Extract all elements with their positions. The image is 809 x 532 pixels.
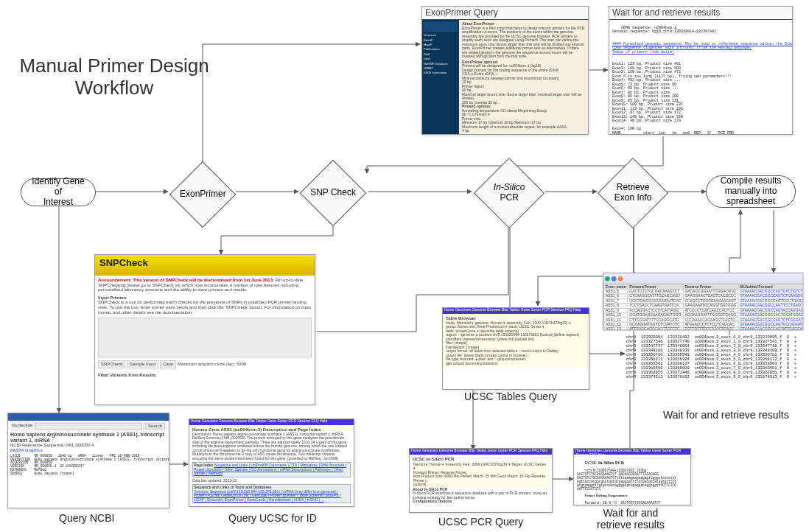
card-ncbi: NucleotideSearch Homo sapiens argininosu… — [7, 413, 169, 508]
node-identify-gene: Identify Gene of Interest — [21, 178, 96, 206]
tables-output-text: chr9 133320094 133320492 uc004bxm.3_exon… — [626, 335, 807, 379]
node-exonprimer: ExonPrimer — [169, 161, 237, 228]
label-ucsc-tables-query: UCSC Tables Query — [464, 391, 557, 402]
node-retrieve-exon-info: Retrieve Exon Info — [598, 158, 668, 228]
label-wait-results-right: Wait for and retrieve results — [663, 409, 789, 421]
label-wait-results-bottom: Wait for and retrieve results — [597, 507, 665, 531]
title-line1: Manual Primer Design — [19, 55, 209, 77]
title-line2: Workflow — [75, 77, 153, 99]
node-snp-check: SNP Check — [300, 160, 367, 227]
card-exonprimer-query-title: ExonPrimer Query — [422, 7, 588, 20]
card-ucsc-id: Home Genomes Genome Browser Blat Tables … — [189, 419, 354, 507]
card-results-top: Wait for and retrieve results cDNA seque… — [609, 6, 793, 135]
node-in-silico-pcr: In-SilicoPCR — [474, 158, 544, 228]
node-compile-results: Compile results manually into spreadshee… — [706, 175, 796, 208]
card-spreadsheet: Exon_nameForward PrimerReverse PrimerM13… — [603, 273, 803, 330]
card-snpcheck: SNPCheck Announcement: This version of S… — [94, 254, 315, 405]
exonprimer-about-text: ExonPrimer is a Perl script that helps t… — [462, 27, 585, 59]
label-query-ucsc-id: Query UCSC for ID — [228, 512, 317, 524]
card-ucsc-pcr: Home Genomes Genome Browser Blat Tables … — [409, 448, 553, 513]
exonprimer-sidebar: ResearchBlast/FMap/FPublicationsStaffLin… — [424, 34, 458, 75]
diagram-title: Manual Primer Design Workflow — [15, 55, 214, 99]
label-query-ncbi: Query NCBI — [59, 512, 114, 524]
label-ucsc-pcr-query: UCSC PCR Query — [438, 516, 523, 528]
card-results-top-title: Wait for and retrieve results — [609, 7, 792, 20]
card-ucsc-tables: Home Genomes Genome Browser Blat Tables … — [442, 307, 589, 390]
card-exonprimer-query: ExonPrimer Query ResearchBlast/FMap/FPub… — [421, 6, 589, 135]
card-ucsc-pcr-result: Home Genomes Genome Browser Blat Tables … — [573, 448, 691, 505]
